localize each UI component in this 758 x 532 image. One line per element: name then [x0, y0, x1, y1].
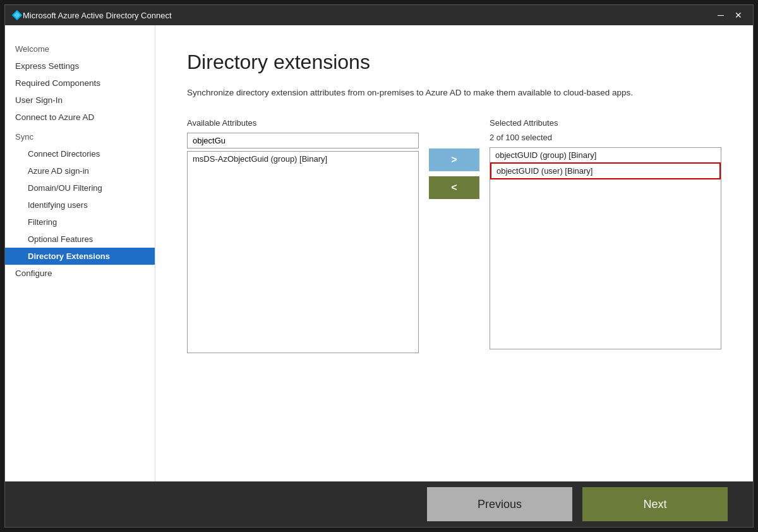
title-bar: Microsoft Azure Active Directory Connect…	[5, 5, 753, 25]
sidebar-item-welcome[interactable]: Welcome	[5, 38, 155, 57]
selected-attributes-listbox[interactable]: objectGUID (group) [Binary] objectGUID (…	[490, 147, 721, 349]
page-description: Synchronize directory extension attribut…	[187, 87, 661, 99]
remove-attribute-button[interactable]: <	[429, 176, 479, 199]
next-button[interactable]: Next	[582, 487, 728, 521]
sidebar: Welcome Express Settings Required Compon…	[5, 25, 155, 481]
footer: Previous Next	[5, 481, 753, 527]
attribute-search-input[interactable]	[187, 133, 419, 148]
selected-attributes-panel: Selected Attributes 2 of 100 selected ob…	[490, 118, 721, 349]
list-item[interactable]: msDS-AzObjectGuid (group) [Binary]	[188, 152, 418, 166]
sidebar-item-optional-features[interactable]: Optional Features	[5, 231, 155, 248]
sidebar-item-domain-ou-filtering[interactable]: Domain/OU Filtering	[5, 179, 155, 196]
previous-button[interactable]: Previous	[427, 487, 572, 521]
app-icon	[11, 9, 23, 21]
transfer-buttons: > <	[419, 148, 490, 199]
sidebar-item-connect-azure-ad[interactable]: Connect to Azure AD	[5, 109, 155, 126]
main-content: Welcome Express Settings Required Compon…	[5, 25, 753, 481]
available-attributes-label: Available Attributes	[187, 118, 419, 128]
sidebar-item-express-settings[interactable]: Express Settings	[5, 57, 155, 75]
list-item[interactable]: objectGUID (user) [Binary]	[490, 162, 721, 179]
selected-attributes-label: Selected Attributes	[490, 118, 721, 128]
sidebar-item-user-sign-in[interactable]: User Sign-In	[5, 92, 155, 109]
main-window: Microsoft Azure Active Directory Connect…	[4, 4, 754, 528]
window-title: Microsoft Azure Active Directory Connect	[23, 11, 713, 20]
sidebar-item-filtering[interactable]: Filtering	[5, 214, 155, 231]
available-attributes-panel: Available Attributes msDS-AzObjectGuid (…	[187, 118, 419, 353]
attributes-container: Available Attributes msDS-AzObjectGuid (…	[187, 118, 721, 469]
sidebar-item-configure[interactable]: Configure	[5, 265, 155, 282]
sidebar-item-azure-ad-signin[interactable]: Azure AD sign-in	[5, 162, 155, 179]
sidebar-item-required-components[interactable]: Required Components	[5, 75, 155, 92]
close-button[interactable]: ✕	[730, 9, 747, 21]
sidebar-item-connect-directories[interactable]: Connect Directories	[5, 145, 155, 162]
sidebar-item-identifying-users[interactable]: Identifying users	[5, 196, 155, 214]
selected-attributes-count: 2 of 100 selected	[490, 133, 721, 142]
sidebar-item-sync: Sync	[5, 126, 155, 145]
window-controls: ─ ✕	[713, 9, 747, 21]
list-item[interactable]: objectGUID (group) [Binary]	[490, 148, 721, 162]
content-area: Directory extensions Synchronize directo…	[155, 25, 753, 481]
available-attributes-listbox[interactable]: msDS-AzObjectGuid (group) [Binary]	[187, 151, 419, 353]
add-attribute-button[interactable]: >	[429, 148, 479, 171]
page-title: Directory extensions	[187, 51, 721, 74]
minimize-button[interactable]: ─	[713, 9, 729, 21]
sidebar-item-directory-extensions[interactable]: Directory Extensions	[5, 248, 155, 265]
